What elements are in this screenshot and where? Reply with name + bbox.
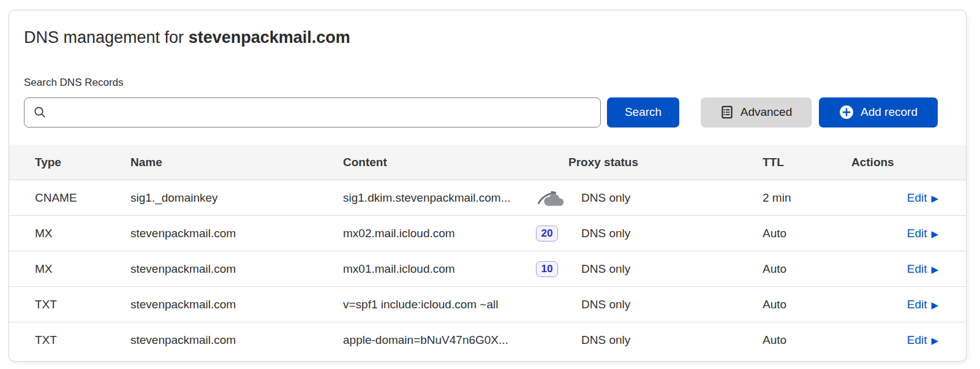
cell-name: sig1._domainkey [130,191,343,205]
cell-content: mx01.mail.icloud.com [343,262,536,276]
priority-badge: 20 [536,226,558,242]
cell-proxy-status: DNS only [581,333,630,347]
cell-content: apple-domain=bNuV47n6G0X... [343,333,536,347]
search-icon [33,105,47,119]
cell-proxy-status: DNS only [581,191,630,205]
edit-arrow-icon: ▶ [931,336,938,345]
search-toolbar: Search Advanced Add record [9,97,966,127]
table-header-row: Type Name Content Proxy status TTL Actio… [9,145,966,180]
page-title: DNS management for stevenpackmail.com [24,26,966,48]
table-row: MX stevenpackmail.com mx02.mail.icloud.c… [9,215,966,251]
cell-proxy-status: DNS only [581,262,630,276]
cell-proxy-status: DNS only [581,227,630,240]
edit-link[interactable]: Edit ▶ [907,298,938,311]
cell-actions: Edit ▶ [851,333,966,347]
edit-arrow-icon: ▶ [931,265,938,274]
edit-arrow-icon: ▶ [931,194,938,203]
column-header-actions: Actions [851,156,966,169]
cell-actions: Edit ▶ [851,262,966,276]
dns-records-table: Type Name Content Proxy status TTL Actio… [9,145,966,357]
edit-link[interactable]: Edit ▶ [907,227,938,240]
cell-proxy: DNS only [536,298,763,311]
cell-content: v=spf1 include:icloud.com ~all [343,298,536,311]
cell-name: stevenpackmail.com [130,298,343,311]
cell-proxy: 10 DNS only [536,261,763,277]
table-row: TXT stevenpackmail.com apple-domain=bNuV… [9,322,966,357]
edit-link-label: Edit [907,298,927,311]
cell-type: CNAME [9,191,130,205]
cell-ttl: Auto [763,262,851,276]
cell-ttl: Auto [763,298,851,311]
cell-actions: Edit ▶ [851,298,966,311]
cell-type: MX [9,227,130,240]
search-button[interactable]: Search [607,97,679,127]
cell-proxy: DNS only [536,333,763,347]
cell-content: mx02.mail.icloud.com [343,227,536,240]
table-body: CNAME sig1._domainkey sig1.dkim.stevenpa… [9,180,966,357]
column-header-content: Content [343,156,536,169]
column-header-proxy-status: Proxy status [536,156,763,169]
column-header-type: Type [9,156,130,169]
cell-ttl: Auto [763,333,851,347]
column-header-name: Name [130,156,343,169]
cell-type: TXT [9,333,130,347]
column-header-ttl: TTL [763,156,851,169]
search-box[interactable] [24,97,601,127]
add-record-button[interactable]: Add record [819,97,938,127]
edit-link-label: Edit [907,262,927,276]
plus-circle-icon [839,105,854,120]
cell-ttl: 2 min [763,191,851,205]
edit-link-label: Edit [907,333,927,347]
search-label: Search DNS Records [9,77,966,89]
table-row: TXT stevenpackmail.com v=spf1 include:ic… [9,286,966,322]
edit-link-label: Edit [907,191,927,205]
dns-management-card: DNS management for stevenpackmail.com Se… [9,10,967,362]
cell-type: MX [9,262,130,276]
cell-proxy: DNS only [536,189,763,207]
priority-badge: 10 [536,261,558,277]
table-row: MX stevenpackmail.com mx01.mail.icloud.c… [9,251,966,286]
edit-arrow-icon: ▶ [931,229,938,238]
cell-content: sig1.dkim.stevenpackmail.com... [343,191,536,205]
advanced-list-icon [720,105,734,120]
cell-name: stevenpackmail.com [130,227,343,240]
cell-name: stevenpackmail.com [130,262,343,276]
cell-name: stevenpackmail.com [130,333,343,347]
cell-type: TXT [9,298,130,311]
cell-ttl: Auto [763,227,851,240]
cell-actions: Edit ▶ [851,191,966,205]
edit-arrow-icon: ▶ [931,300,938,310]
edit-link[interactable]: Edit ▶ [907,262,938,276]
edit-link[interactable]: Edit ▶ [907,191,938,205]
table-row: CNAME sig1._domainkey sig1.dkim.stevenpa… [9,180,966,215]
search-input[interactable] [53,106,592,119]
domain-name: stevenpackmail.com [189,28,350,47]
dns-only-cloud-icon [536,189,567,207]
edit-link-label: Edit [907,227,927,240]
cell-actions: Edit ▶ [851,227,966,240]
cell-proxy: 20 DNS only [536,226,763,242]
advanced-button[interactable]: Advanced [701,97,812,127]
cell-proxy-status: DNS only [581,298,630,311]
edit-link[interactable]: Edit ▶ [907,333,938,347]
